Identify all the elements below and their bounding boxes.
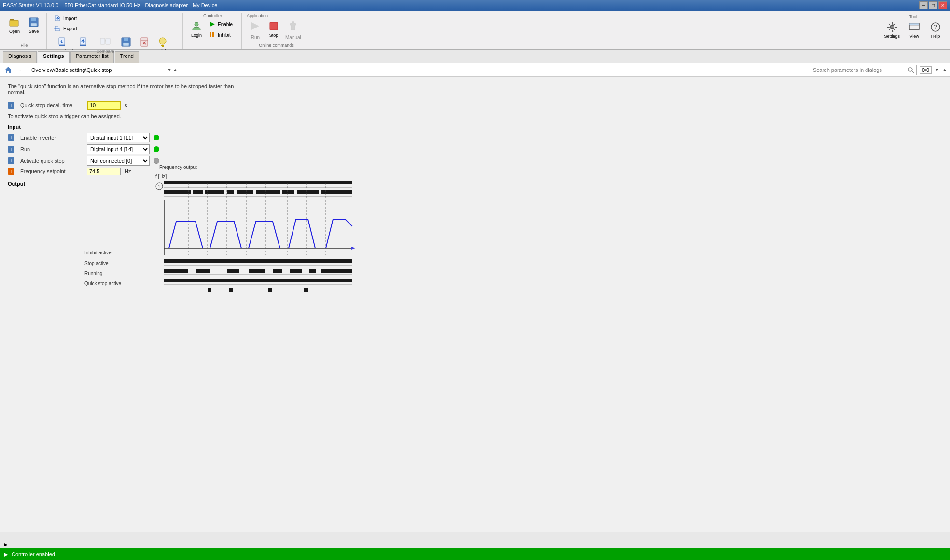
open-button[interactable]: Open xyxy=(6,15,23,35)
inhibit-icon xyxy=(208,31,216,39)
svg-rect-38 xyxy=(164,181,352,184)
scrollbar-thumb[interactable] xyxy=(1,534,1,539)
stop-label: Stop xyxy=(269,33,279,38)
svg-rect-66 xyxy=(227,269,239,273)
close-button[interactable]: ✕ xyxy=(938,1,947,9)
enable-icon xyxy=(208,20,216,28)
login-icon xyxy=(191,20,202,32)
svg-rect-45 xyxy=(282,190,294,194)
activate-quick-stop-label: Activate quick stop xyxy=(20,158,83,164)
tab-trend[interactable]: Trend xyxy=(115,51,139,63)
run-badge[interactable]: I xyxy=(8,146,14,153)
svg-point-33 xyxy=(908,68,912,71)
stop-button[interactable]: Stop xyxy=(265,19,282,39)
svg-rect-1 xyxy=(10,20,18,26)
manual-button[interactable]: Manual xyxy=(283,19,303,41)
svg-point-17 xyxy=(159,38,166,44)
manual-icon xyxy=(287,20,299,33)
content-area: The "quick stop" function is an alternat… xyxy=(0,77,950,532)
run-row: I Run Digital input 1 [11] Digital input… xyxy=(8,144,942,154)
output-section: Output xyxy=(8,181,942,187)
export-label: Export xyxy=(63,26,77,31)
svg-point-27 xyxy=(891,26,894,28)
compare-icon xyxy=(99,36,111,48)
enable-inverter-badge[interactable]: I xyxy=(8,134,14,141)
view-tool-label: View xyxy=(909,34,919,39)
breadcrumb-input[interactable] xyxy=(29,66,164,74)
open-icon xyxy=(9,16,20,28)
activate-quick-stop-select[interactable]: Not connected [0] Digital input 1 [11] D… xyxy=(87,156,150,166)
inhibit-label: Inhibit xyxy=(218,32,231,38)
title-bar-text: EASY Starter V1.13.0.0 - i550 EtherCat s… xyxy=(3,2,217,8)
svg-rect-41 xyxy=(205,190,224,194)
title-bar-controls: ─ □ ✕ xyxy=(919,1,947,9)
search-box xyxy=(809,65,917,75)
blink-icon xyxy=(157,36,168,48)
svg-rect-18 xyxy=(161,45,164,46)
scrollbar-area xyxy=(0,532,950,540)
help-label: Help xyxy=(931,34,940,39)
online-commands-label: Online commands xyxy=(247,42,306,48)
save-button[interactable]: Save xyxy=(25,15,42,35)
input-section-title: Input xyxy=(8,124,942,130)
svg-rect-15 xyxy=(141,38,148,46)
breadcrumb-dropdown-arrow[interactable]: ▼ xyxy=(167,67,172,72)
frequency-setpoint-row: ! Frequency setpoint Hz xyxy=(8,168,942,175)
counter-up-arrow[interactable]: ▲ xyxy=(942,67,947,72)
svg-rect-67 xyxy=(249,269,265,273)
waveform-diagram: f [Hz] 1 xyxy=(154,171,357,330)
freq-setpoint-input[interactable] xyxy=(87,168,121,175)
enable-label: Enable xyxy=(218,22,233,27)
ribbon-content: Open Save File xyxy=(0,11,950,49)
inhibit-button[interactable]: Inhibit xyxy=(206,30,235,40)
trigger-text: To activate quick stop a trigger can be … xyxy=(8,113,942,119)
output-section-title: Output xyxy=(8,181,942,187)
maximize-button[interactable]: □ xyxy=(929,1,937,9)
svg-rect-22 xyxy=(210,32,211,37)
tab-parameter-list[interactable]: Parameter list xyxy=(70,51,114,63)
save-icon xyxy=(28,16,40,28)
help-button[interactable]: ? Help xyxy=(927,20,944,40)
import-icon xyxy=(54,14,61,22)
svg-rect-71 xyxy=(321,269,352,273)
run-icon xyxy=(250,20,261,33)
freq-setpoint-unit: Hz xyxy=(125,168,131,174)
svg-text:1: 1 xyxy=(158,184,160,189)
export-button[interactable]: Export xyxy=(52,24,179,33)
freq-setpoint-badge[interactable]: ! xyxy=(8,168,14,175)
svg-rect-10 xyxy=(100,38,105,44)
svg-rect-44 xyxy=(256,190,280,194)
status-text: Controller enabled xyxy=(12,551,55,557)
ribbon-group-controller: Controller Login Enable xyxy=(184,13,242,49)
enable-button[interactable]: Enable xyxy=(206,19,235,29)
tab-settings[interactable]: Settings xyxy=(38,51,69,63)
quick-stop-decel-row: I Quick stop decel. time s xyxy=(8,101,942,110)
back-button[interactable]: ← xyxy=(16,66,26,74)
quick-stop-decel-input[interactable] xyxy=(87,101,121,110)
enable-inverter-select[interactable]: Digital input 1 [11] Digital input 2 [12… xyxy=(87,133,150,142)
settings-tool-button[interactable]: Settings xyxy=(882,20,902,40)
login-button[interactable]: Login xyxy=(188,19,205,40)
search-input[interactable] xyxy=(811,66,908,74)
search-icon xyxy=(908,67,914,73)
tab-diagnosis[interactable]: Diagnosis xyxy=(3,51,37,63)
activate-quick-stop-badge[interactable]: I xyxy=(8,157,14,164)
download-icon xyxy=(57,36,69,48)
counter-down-arrow[interactable]: ▼ xyxy=(935,67,939,72)
breadcrumb-up-arrow[interactable]: ▲ xyxy=(173,67,178,72)
upload-icon xyxy=(79,36,90,48)
svg-rect-4 xyxy=(31,18,36,21)
import-button[interactable]: Import xyxy=(52,14,179,23)
quick-stop-info-badge[interactable]: I xyxy=(8,102,14,109)
svg-line-34 xyxy=(912,71,914,73)
ribbon: Open Save File xyxy=(0,11,950,50)
svg-rect-78 xyxy=(304,288,308,292)
home-button[interactable] xyxy=(3,65,14,75)
run-select[interactable]: Digital input 1 [11] Digital input 2 [12… xyxy=(87,144,150,154)
tool-items: Settings View ? Help xyxy=(882,20,944,40)
run-button[interactable]: Run xyxy=(247,19,264,41)
view-tool-button[interactable]: View xyxy=(906,20,923,40)
minimize-button[interactable]: ─ xyxy=(919,1,928,9)
import-label: Import xyxy=(63,16,77,21)
stop-active-label: Stop active xyxy=(84,261,108,266)
